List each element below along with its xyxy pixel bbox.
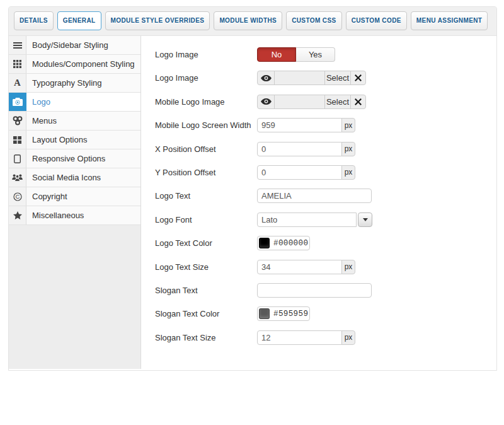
logo-font-input[interactable]	[257, 212, 357, 227]
sidebar-item-label: Body/Sidebar Styling	[26, 36, 108, 54]
logo-image-path-input[interactable]	[274, 71, 325, 85]
sidebar-item-responsive-options[interactable]: Responsive Options	[9, 149, 140, 168]
tab-module-style-overrides[interactable]: MODULE STYLE OVERRIDES	[105, 11, 210, 30]
settings-panel: DETAILS GENERAL MODULE STYLE OVERRIDES M…	[8, 6, 497, 371]
row-logo-image-toggle: Logo Image No Yes	[155, 47, 496, 62]
color-swatch[interactable]	[259, 238, 270, 248]
sidebar-item-label: Logo	[26, 93, 50, 111]
row-slogan-text-size: Slogan Text Size px	[155, 330, 496, 345]
tab-details[interactable]: DETAILS	[14, 11, 54, 30]
logo-image-no-button[interactable]: No	[257, 47, 296, 62]
px-unit-addon: px	[341, 260, 355, 274]
mobile-logo-select-button[interactable]: Select	[324, 95, 351, 109]
preview-eye-button[interactable]	[257, 95, 275, 109]
field-label: Logo Image	[155, 71, 257, 85]
field-label: Y Position Offset	[155, 165, 257, 180]
color-swatch[interactable]	[259, 308, 270, 319]
row-mobile-logo-width: Mobile Logo Screen Width px	[155, 118, 496, 132]
sidebar-item-label: Miscellaneous	[26, 206, 84, 224]
row-slogan-text-color: Slogan Text Color #595959	[155, 306, 496, 321]
field-label: Slogan Text Size	[155, 330, 257, 345]
sidebar-item-logo[interactable]: Logo	[9, 93, 140, 112]
tab-general[interactable]: GENERAL	[57, 11, 101, 30]
px-unit-addon: px	[341, 330, 355, 345]
logo-settings-form: Logo Image No Yes Logo Image Select Mobi…	[141, 36, 496, 369]
tab-custom-css[interactable]: CUSTOM CSS	[286, 11, 342, 30]
tablet-icon	[9, 149, 26, 168]
sidebar-item-miscellaneous[interactable]: Miscellaneous	[9, 206, 140, 225]
y-offset-input[interactable]	[257, 165, 342, 180]
row-logo-font: Logo Font	[155, 212, 496, 227]
menus-circles-icon	[9, 112, 26, 130]
sidebar-item-label: Modules/Component Styling	[26, 55, 135, 73]
row-logo-text-size: Logo Text Size px	[155, 260, 496, 274]
field-label: Logo Text Size	[155, 260, 257, 274]
logo-font-dropdown-button[interactable]	[358, 212, 372, 227]
sidebar-item-copyright[interactable]: C Copyright	[9, 187, 140, 206]
logo-font-combobox	[257, 212, 372, 227]
x-offset-input[interactable]	[257, 142, 342, 156]
settings-sidebar: Body/Sidebar Styling Modules/Component S…	[9, 36, 141, 369]
row-logo-image-file: Logo Image Select	[155, 71, 496, 85]
tab-module-widths[interactable]: MODULE WIDTHS	[214, 11, 282, 30]
logo-image-select-button[interactable]: Select	[324, 71, 351, 85]
tab-custom-code[interactable]: CUSTOM CODE	[346, 11, 407, 30]
th-large-icon	[9, 131, 26, 149]
px-unit-addon: px	[341, 118, 355, 132]
logo-image-toggle: No Yes	[257, 47, 335, 62]
row-x-offset: X Position Offset px	[155, 142, 496, 156]
bars-icon	[9, 36, 26, 54]
sidebar-item-label: Social Media Icons	[26, 168, 101, 187]
field-label: X Position Offset	[155, 142, 257, 156]
field-label: Mobile Logo Image	[155, 95, 257, 109]
slogan-text-size-input[interactable]	[257, 330, 342, 345]
grid-icon	[9, 55, 26, 73]
field-label: Logo Font	[155, 212, 257, 227]
copyright-icon: C	[9, 187, 26, 206]
sidebar-item-label: Menus	[26, 112, 57, 130]
font-icon: A	[9, 74, 26, 92]
chevron-down-icon	[363, 218, 368, 221]
sidebar-item-body-sidebar-styling[interactable]: Body/Sidebar Styling	[9, 36, 140, 55]
row-y-offset: Y Position Offset px	[155, 165, 496, 180]
field-label: Slogan Text Color	[155, 306, 257, 321]
sidebar-item-label: Copyright	[26, 187, 67, 206]
sidebar-item-label: Responsive Options	[26, 149, 105, 168]
row-mobile-logo-file: Mobile Logo Image Select	[155, 95, 496, 109]
sidebar-item-typography-styling[interactable]: A Typography Styling	[9, 74, 140, 93]
sidebar-item-modules-component-styling[interactable]: Modules/Component Styling	[9, 55, 140, 74]
slogan-text-input[interactable]	[257, 283, 372, 298]
field-label: Mobile Logo Screen Width	[155, 118, 257, 132]
star-icon	[9, 206, 26, 224]
px-unit-addon: px	[341, 165, 355, 180]
tab-bar: DETAILS GENERAL MODULE STYLE OVERRIDES M…	[9, 7, 496, 36]
mobile-logo-path-input[interactable]	[274, 95, 325, 109]
logo-image-yes-button[interactable]: Yes	[296, 47, 335, 62]
sidebar-item-label: Layout Options	[26, 131, 87, 149]
sidebar-item-menus[interactable]: Menus	[9, 112, 140, 131]
logo-image-clear-button[interactable]	[350, 71, 366, 85]
row-logo-text: Logo Text	[155, 189, 496, 203]
sidebar-item-social-media-icons[interactable]: Social Media Icons	[9, 168, 140, 187]
preview-eye-button[interactable]	[257, 71, 275, 85]
logo-text-color-field[interactable]: #000000	[257, 236, 310, 250]
users-icon	[9, 168, 26, 187]
logo-text-size-input[interactable]	[257, 260, 342, 274]
row-logo-text-color: Logo Text Color #000000	[155, 236, 496, 250]
field-label: Slogan Text	[155, 283, 257, 298]
row-slogan-text: Slogan Text	[155, 283, 496, 298]
field-label: Logo Text Color	[155, 236, 257, 250]
sidebar-item-layout-options[interactable]: Layout Options	[9, 131, 140, 149]
logo-image-media-field: Select	[257, 71, 366, 85]
color-hex-value[interactable]: #000000	[273, 239, 308, 248]
svg-text:C: C	[15, 193, 20, 200]
color-hex-value[interactable]: #595959	[273, 310, 308, 318]
field-label: Logo Text	[155, 189, 257, 203]
logo-text-input[interactable]	[257, 189, 372, 203]
mobile-logo-width-input[interactable]	[257, 118, 342, 132]
mobile-logo-media-field: Select	[257, 95, 366, 109]
mobile-logo-clear-button[interactable]	[350, 95, 366, 109]
slogan-text-color-field[interactable]: #595959	[257, 306, 310, 321]
camera-icon	[9, 93, 26, 111]
tab-menu-assignment[interactable]: MENU ASSIGNMENT	[411, 11, 488, 30]
